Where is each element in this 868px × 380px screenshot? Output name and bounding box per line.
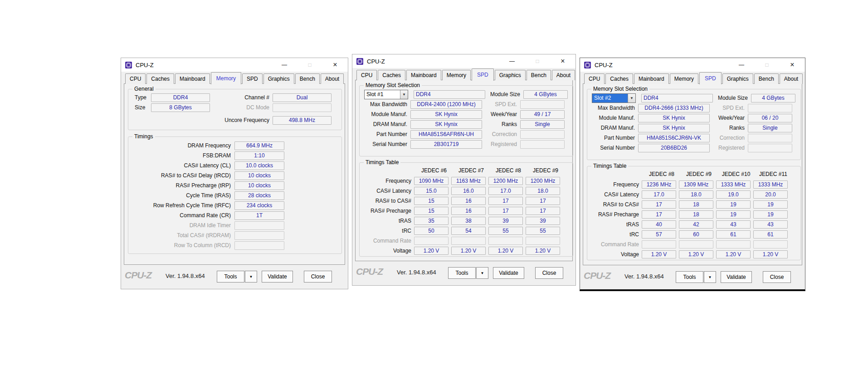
tools-button[interactable]: Tools xyxy=(448,267,476,279)
timing-row: Row To Column (tRCD) xyxy=(131,240,341,250)
tab-graphics[interactable]: Graphics xyxy=(722,73,753,84)
tab-spd[interactable]: SPD xyxy=(242,73,263,84)
close-dialog-button[interactable]: Close xyxy=(304,271,332,283)
group-label: Memory Slot Selection xyxy=(364,82,422,88)
tab-caches[interactable]: Caches xyxy=(378,70,405,80)
tools-dropdown-icon[interactable]: ▼ xyxy=(245,271,257,283)
maximize-button[interactable]: □ xyxy=(297,58,322,72)
tab-caches[interactable]: Caches xyxy=(146,73,174,84)
table-row: tRC 57 60 61 61 xyxy=(591,229,800,239)
maximize-button[interactable]: □ xyxy=(525,54,550,68)
tab-graphics[interactable]: Graphics xyxy=(495,70,526,80)
minimize-button[interactable]: — xyxy=(272,58,297,72)
jedec-column-header: JEDEC #8 xyxy=(644,171,679,177)
tab-caches[interactable]: Caches xyxy=(605,73,633,84)
timing-value: 234 clocks xyxy=(234,201,284,210)
chevron-down-icon[interactable]: ▼ xyxy=(628,94,635,102)
group-label: Timings Table xyxy=(591,163,628,169)
slot-row: Part Number HMA851S6CJR6N-VK Correction xyxy=(592,133,800,143)
tools-button[interactable]: Tools xyxy=(217,271,244,283)
slot-select[interactable]: Slot #2 ▼ xyxy=(592,93,636,103)
table-cell: 1090 MHz xyxy=(414,177,449,185)
slot-row-right-value: Single xyxy=(520,120,565,129)
table-cell: 17 xyxy=(642,200,676,209)
tools-dropdown-icon[interactable]: ▼ xyxy=(704,271,716,283)
table-cell: 38 xyxy=(451,217,486,225)
tools-dropdown-icon[interactable]: ▼ xyxy=(476,267,488,279)
slot-selected-value: Slot #2 xyxy=(592,94,628,102)
table-cell xyxy=(753,240,788,248)
tab-mainboard[interactable]: Mainboard xyxy=(634,73,669,84)
titlebar[interactable]: CPU-Z — □ × xyxy=(352,54,575,68)
tab-cpu[interactable]: CPU xyxy=(356,70,377,80)
table-cell: 16 xyxy=(451,207,486,215)
table-cell: 17 xyxy=(526,207,560,215)
tab-spd[interactable]: SPD xyxy=(699,72,722,84)
group-label: Timings Table xyxy=(364,159,400,166)
minimize-button[interactable]: — xyxy=(499,54,525,68)
table-cell: 55 xyxy=(488,227,523,235)
slot-selected-value: Slot #1 xyxy=(365,90,400,99)
close-dialog-button[interactable]: Close xyxy=(763,271,791,283)
validate-button[interactable]: Validate xyxy=(721,271,752,283)
slot-row-left-label: Serial Number xyxy=(364,141,410,147)
table-cell: 35 xyxy=(414,217,449,225)
tab-memory[interactable]: Memory xyxy=(670,73,698,84)
tab-graphics[interactable]: Graphics xyxy=(263,73,294,84)
table-cell: 15 xyxy=(414,207,449,215)
timing-value xyxy=(234,241,284,250)
slot-row: Max Bandwidth DDR4-2400 (1200 MHz) SPD E… xyxy=(364,99,573,109)
slot-row-left-value: SK Hynix xyxy=(638,114,710,122)
titlebar[interactable]: CPU-Z — □ × xyxy=(121,58,348,72)
app-icon xyxy=(584,62,591,68)
table-header-row: JEDEC #6 JEDEC #7 JEDEC #8 JEDEC #9 xyxy=(363,166,573,175)
tab-bench[interactable]: Bench xyxy=(527,70,551,80)
tab-bench[interactable]: Bench xyxy=(295,73,320,84)
validate-button[interactable]: Validate xyxy=(493,267,524,279)
tab-about[interactable]: About xyxy=(552,70,575,80)
table-row-label: tRAS xyxy=(591,221,642,228)
cpuz-logo: CPU-Z xyxy=(584,270,610,281)
table-row: Frequency 1090 MHz 1163 MHz 1200 MHz 120… xyxy=(363,176,573,186)
titlebar[interactable]: CPU-Z — □ × xyxy=(580,58,805,72)
table-cell: 17.0 xyxy=(642,190,676,199)
tab-about[interactable]: About xyxy=(780,73,803,84)
tab-memory[interactable]: Memory xyxy=(211,72,241,84)
timing-label: Command Rate (CR) xyxy=(131,212,234,219)
close-dialog-button[interactable]: Close xyxy=(535,267,563,279)
timing-label: Total CAS# (tRDRAM) xyxy=(131,232,234,239)
tab-cpu[interactable]: CPU xyxy=(125,73,146,84)
timing-label: Row Refresh Cycle Time (tRFC) xyxy=(131,202,234,209)
tab-mainboard[interactable]: Mainboard xyxy=(406,70,441,80)
table-row: tRC 50 54 55 55 xyxy=(363,226,573,236)
slot-row-right-value xyxy=(748,134,792,142)
slot-row-left-value: HMA851S6AFR6N-UH xyxy=(410,130,482,139)
slot-row: Serial Number 20B6BD26 Registered xyxy=(592,143,800,153)
slot-row-right-label: SPD Ext. xyxy=(482,101,520,107)
minimize-button[interactable]: — xyxy=(729,58,754,72)
chevron-down-icon[interactable]: ▼ xyxy=(400,90,408,99)
cpuz-logo: CPU-Z xyxy=(356,266,383,277)
slot-rows: Max Bandwidth DDR4-2666 (1333 MHz) SPD E… xyxy=(587,103,800,153)
tab-bar: CPU Caches Mainboard Memory SPD Graphics… xyxy=(125,73,345,84)
tab-about[interactable]: About xyxy=(321,73,344,84)
table-row-label: tRAS xyxy=(363,218,414,224)
validate-button[interactable]: Validate xyxy=(262,271,293,283)
size-label: Size xyxy=(131,104,151,111)
slot-select[interactable]: Slot #1 ▼ xyxy=(364,90,408,99)
close-button[interactable]: × xyxy=(780,58,805,72)
tools-button[interactable]: Tools xyxy=(676,271,703,283)
slot-row-right-label: Ranks xyxy=(482,121,520,127)
timing-label: Cycle Time (tRAS) xyxy=(131,192,234,199)
timing-row: CAS# Latency (CL) 10.0 clocks xyxy=(131,161,341,171)
tab-spd[interactable]: SPD xyxy=(472,68,494,81)
jedec-column-header: JEDEC #8 xyxy=(491,167,526,174)
table-cell: 1.20 V xyxy=(414,247,449,255)
close-button[interactable]: × xyxy=(322,58,348,72)
tab-mainboard[interactable]: Mainboard xyxy=(175,73,210,84)
tab-bench[interactable]: Bench xyxy=(754,73,779,84)
maximize-button[interactable]: □ xyxy=(754,58,780,72)
tab-cpu[interactable]: CPU xyxy=(584,73,605,84)
tab-memory[interactable]: Memory xyxy=(442,70,471,80)
close-button[interactable]: × xyxy=(550,54,575,68)
